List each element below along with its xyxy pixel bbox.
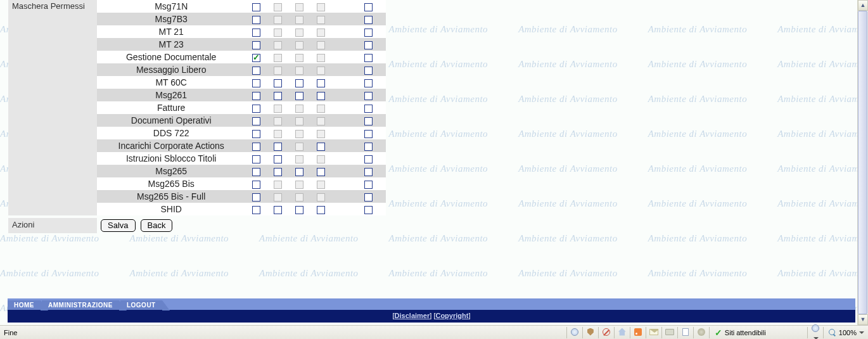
permission-checkbox[interactable]	[364, 79, 373, 87]
permission-checkbox[interactable]	[364, 206, 373, 214]
permission-checkbox[interactable]	[252, 16, 260, 24]
permission-name: Msg71N	[97, 0, 245, 13]
printer-icon[interactable]	[663, 329, 676, 336]
home-icon[interactable]	[616, 328, 629, 337]
table-row: MT 23	[97, 38, 386, 51]
tab-logout[interactable]: LOGOUT	[120, 300, 162, 310]
scroll-thumb[interactable]	[858, 11, 867, 314]
permission-checkbox	[295, 54, 303, 62]
table-row: Fatture	[97, 101, 386, 114]
permission-checkbox[interactable]	[364, 193, 373, 201]
permission-name: Msg7B3	[97, 13, 245, 25]
permission-checkbox[interactable]	[252, 155, 260, 163]
permission-checkbox[interactable]	[364, 16, 373, 24]
permission-checkbox[interactable]	[364, 29, 373, 37]
permission-checkbox[interactable]	[364, 117, 373, 125]
disclaimer-link[interactable]: Disclaimer	[395, 312, 430, 319]
permission-name: MT 21	[97, 25, 245, 38]
page-icon[interactable]	[679, 328, 692, 337]
permission-name: Incarichi Corporate Actions	[97, 139, 245, 152]
permission-checkbox[interactable]	[364, 54, 373, 62]
permission-checkbox[interactable]	[252, 92, 260, 100]
table-row: MT 21	[97, 25, 386, 38]
permission-checkbox[interactable]	[252, 181, 260, 189]
permission-checkbox[interactable]	[274, 155, 282, 163]
permission-checkbox[interactable]	[274, 92, 282, 100]
permission-checkbox[interactable]	[317, 143, 325, 151]
permission-checkbox[interactable]	[364, 143, 373, 151]
permission-checkbox[interactable]	[252, 130, 260, 138]
permission-checkbox[interactable]	[364, 67, 373, 75]
permission-name: Messaggio Libero	[97, 63, 245, 76]
mail-icon[interactable]	[648, 329, 660, 336]
scroll-down-arrow-icon[interactable]: ▼	[858, 314, 868, 325]
feed-icon[interactable]	[632, 328, 644, 337]
permission-checkbox[interactable]	[364, 181, 373, 189]
permission-checkbox	[295, 143, 303, 151]
tools-icon[interactable]	[695, 328, 708, 337]
copyright-link[interactable]: Copyright	[435, 312, 468, 319]
table-row: DDS 722	[97, 127, 386, 139]
permission-checkbox	[317, 16, 325, 24]
permission-checkbox	[274, 117, 282, 125]
permission-checkbox[interactable]	[317, 92, 325, 100]
check-icon: ✓	[715, 328, 722, 338]
permission-checkbox[interactable]	[252, 67, 260, 75]
permission-checkbox	[295, 130, 303, 138]
permission-checkbox[interactable]	[364, 130, 373, 138]
permission-checkbox[interactable]	[274, 168, 282, 176]
scroll-up-arrow-icon[interactable]: ▲	[858, 0, 868, 11]
permission-checkbox[interactable]	[364, 105, 373, 113]
permission-checkbox[interactable]	[364, 155, 373, 163]
table-row: Msg7B3	[97, 13, 386, 25]
permission-checkbox[interactable]	[252, 79, 260, 87]
permission-checkbox[interactable]	[274, 79, 282, 87]
zoom-control[interactable]: 100%	[825, 329, 868, 336]
permission-checkbox[interactable]	[295, 92, 303, 100]
vertical-scrollbar[interactable]: ▲ ▼	[857, 0, 868, 325]
permission-checkbox[interactable]	[317, 79, 325, 87]
permission-checkbox[interactable]	[252, 143, 260, 151]
tab-home[interactable]: HOME	[8, 300, 41, 310]
protected-mode-icon[interactable]	[809, 324, 822, 340]
salva-button[interactable]: Salva	[101, 219, 136, 232]
permission-checkbox[interactable]	[364, 3, 373, 11]
footer-tabs: HOME AMMINISTRAZIONE LOGOUT	[8, 298, 855, 310]
permission-name: DDS 722	[97, 127, 245, 139]
permission-checkbox[interactable]	[364, 41, 373, 49]
permission-checkbox[interactable]	[274, 206, 282, 214]
permission-name: Gestione Documentale	[97, 51, 245, 63]
permission-checkbox[interactable]	[317, 206, 325, 214]
permission-checkbox[interactable]	[364, 168, 373, 176]
permission-checkbox[interactable]	[252, 29, 260, 37]
permission-checkbox	[295, 117, 303, 125]
permission-checkbox	[295, 181, 303, 189]
table-row: Documenti Operativi	[97, 114, 386, 127]
permission-checkbox[interactable]	[252, 54, 260, 62]
permission-checkbox[interactable]	[252, 206, 260, 214]
permission-checkbox[interactable]	[317, 168, 325, 176]
permission-checkbox[interactable]	[364, 92, 373, 100]
permission-checkbox[interactable]	[252, 3, 260, 11]
permission-checkbox	[295, 3, 303, 11]
permission-checkbox	[317, 130, 325, 138]
permission-checkbox[interactable]	[274, 143, 282, 151]
permission-checkbox[interactable]	[252, 41, 260, 49]
permission-checkbox[interactable]	[295, 206, 303, 214]
permission-checkbox[interactable]	[295, 168, 303, 176]
permission-checkbox[interactable]	[252, 168, 260, 176]
permission-checkbox[interactable]	[252, 105, 260, 113]
permission-checkbox[interactable]	[252, 193, 260, 201]
tab-amministrazione[interactable]: AMMINISTRAZIONE	[42, 300, 119, 310]
permission-checkbox[interactable]	[252, 117, 260, 125]
permission-checkbox[interactable]	[295, 79, 303, 87]
table-row: Gestione Documentale	[97, 51, 386, 63]
table-row: Msg71N	[97, 0, 386, 13]
permission-checkbox	[295, 41, 303, 49]
permission-checkbox	[317, 54, 325, 62]
trusted-zone[interactable]: ✓ Siti attendibili	[711, 328, 806, 338]
permission-checkbox	[295, 29, 303, 37]
table-row: Istruzioni Sblocco Titoli	[97, 152, 386, 165]
back-button[interactable]: Back	[141, 219, 173, 232]
permission-checkbox	[317, 117, 325, 125]
